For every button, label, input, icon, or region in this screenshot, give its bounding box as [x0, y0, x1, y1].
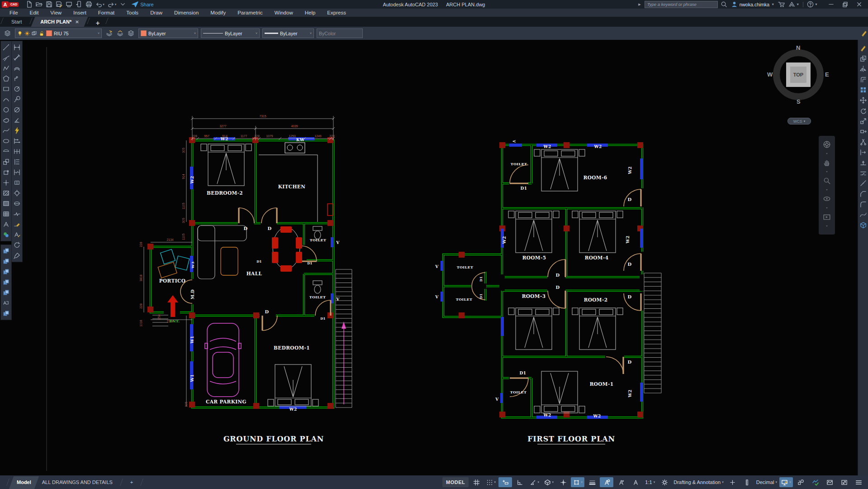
- layer-viewport-icon[interactable]: [32, 31, 37, 36]
- tab-close-icon[interactable]: ✕: [75, 19, 79, 24]
- mobile-share-button[interactable]: [75, 1, 83, 8]
- tab-arch-plan[interactable]: ARCH PLAN* ✕: [33, 17, 86, 27]
- polyline-button[interactable]: [1, 63, 11, 73]
- copy-clip-button[interactable]: [1, 246, 11, 256]
- close-button[interactable]: [856, 1, 863, 8]
- zoom-nav-button[interactable]: [822, 176, 832, 185]
- menu-tools[interactable]: Tools: [120, 9, 144, 17]
- cart-icon[interactable]: [778, 1, 785, 8]
- layer-states-button[interactable]: [104, 29, 114, 38]
- save-as-button[interactable]: [55, 1, 63, 8]
- line-button[interactable]: [1, 43, 11, 52]
- hatch-button[interactable]: [1, 188, 11, 198]
- oops-button[interactable]: [1, 309, 11, 318]
- copy-mod-button[interactable]: [859, 54, 868, 63]
- lineweight-dropdown[interactable]: ByLayer ˅: [262, 29, 314, 38]
- plot-sheet-button[interactable]: [65, 1, 73, 8]
- customization-menu-toggle[interactable]: [852, 477, 865, 487]
- isometric-drafting-toggle[interactable]: ▾: [542, 477, 555, 487]
- join-button[interactable]: [859, 179, 868, 188]
- layer-on-bulb-icon[interactable]: [17, 31, 23, 36]
- dim-jogline-button[interactable]: [12, 209, 22, 219]
- dynamic-input-toggle[interactable]: [498, 477, 512, 487]
- menu-view[interactable]: View: [44, 9, 67, 17]
- pan-hand-button[interactable]: [822, 158, 832, 167]
- insert-block-button[interactable]: [1, 157, 11, 167]
- viewcube-north[interactable]: N: [796, 44, 800, 51]
- layer-isolate-button[interactable]: [126, 29, 136, 38]
- dim-linear-button[interactable]: [12, 43, 22, 52]
- save-button[interactable]: [45, 1, 53, 8]
- units-toggle[interactable]: Decimal▾: [755, 477, 778, 487]
- graphics-performance-toggle[interactable]: [808, 477, 822, 487]
- model-space-button[interactable]: MODEL: [442, 477, 469, 487]
- dim-diameter-button[interactable]: [12, 105, 22, 115]
- viewcube-west[interactable]: W: [767, 71, 773, 78]
- plus-toggle[interactable]: [726, 477, 740, 487]
- search-input[interactable]: [645, 1, 718, 8]
- autoscale-toggle[interactable]: [614, 477, 628, 487]
- menu-help[interactable]: Help: [299, 9, 322, 17]
- units-ruler-toggle[interactable]: [740, 477, 754, 487]
- spline-button[interactable]: [1, 126, 11, 135]
- point-button[interactable]: [1, 178, 11, 187]
- paste-orig-button[interactable]: [1, 288, 11, 297]
- drawing-canvas[interactable]: BEDROOM-2KITCHENHALLPORTICOTOILETTOILETB…: [0, 40, 868, 475]
- account-menu[interactable]: nwoka.chimka ▼: [731, 1, 774, 8]
- menu-insert[interactable]: Insert: [67, 9, 92, 17]
- menu-draw[interactable]: Draw: [144, 9, 168, 17]
- dim-style-button[interactable]: [12, 251, 22, 260]
- rectangle-button[interactable]: [1, 84, 11, 94]
- annotation-visibility-toggle[interactable]: [600, 477, 613, 487]
- menu-modify[interactable]: Modify: [204, 9, 232, 17]
- ellipse-button[interactable]: [1, 136, 11, 146]
- dim-break-button[interactable]: [12, 168, 22, 177]
- lineweight-display-toggle[interactable]: [585, 477, 599, 487]
- dim-center-button[interactable]: [12, 188, 22, 198]
- qat-customize-button[interactable]: [119, 1, 127, 8]
- search-icon[interactable]: [721, 1, 727, 8]
- revision-cloud-button[interactable]: [1, 115, 11, 125]
- object-snap-toggle[interactable]: ▾: [571, 477, 584, 487]
- restore-button[interactable]: [842, 1, 849, 8]
- dim-angular-button[interactable]: [12, 115, 22, 125]
- viewcube-top-face[interactable]: TOP: [786, 62, 811, 87]
- layer-properties-button[interactable]: [3, 29, 12, 38]
- extend-button[interactable]: [859, 148, 868, 157]
- layer-previous-button[interactable]: [115, 29, 125, 38]
- break-pt-button[interactable]: [859, 158, 868, 168]
- viewcube-east[interactable]: E: [825, 71, 829, 78]
- donut-button[interactable]: [1, 230, 11, 240]
- polygon-button[interactable]: [1, 74, 11, 83]
- menu-edit[interactable]: Edit: [24, 9, 45, 17]
- new-drawing-button[interactable]: +: [90, 19, 105, 27]
- viewcube-south[interactable]: S: [797, 98, 801, 105]
- search-expand-icon[interactable]: ▶: [638, 3, 640, 6]
- layout-tab-all-drawings[interactable]: ALL DRAWINGS AND DETAILS: [37, 475, 118, 489]
- menu-dimension[interactable]: Dimension: [168, 9, 204, 17]
- new-layout-button[interactable]: +: [125, 475, 138, 489]
- table-button[interactable]: [1, 209, 11, 219]
- annotation-scale-toggle[interactable]: 1:1▾: [643, 477, 657, 487]
- menu-format[interactable]: Format: [92, 9, 120, 17]
- construction-line-button[interactable]: [1, 53, 11, 62]
- help-menu[interactable]: ▼: [807, 1, 818, 8]
- layer-thaw-sun-icon[interactable]: [24, 31, 30, 36]
- chamfer-button[interactable]: [859, 189, 868, 199]
- autocad-logo[interactable]: A CAD: [2, 1, 19, 8]
- dim-quick-button[interactable]: [12, 126, 22, 135]
- floor-plans-drawing[interactable]: BEDROOM-2KITCHENHALLPORTICOTOILETTOILETB…: [21, 40, 858, 475]
- object-snap-tracking-toggle[interactable]: [556, 477, 570, 487]
- dim-continue-button[interactable]: [12, 147, 22, 156]
- tab-start[interactable]: Start: [4, 17, 29, 27]
- share-button[interactable]: Share: [132, 1, 153, 8]
- menu-parametric[interactable]: Parametric: [232, 9, 269, 17]
- scale-button[interactable]: [859, 116, 868, 126]
- mirror-button[interactable]: [859, 64, 868, 74]
- explode-button[interactable]: [859, 221, 868, 230]
- dim-arc-button[interactable]: [12, 63, 22, 73]
- fillet-button[interactable]: [859, 200, 868, 209]
- menu-window[interactable]: Window: [269, 9, 299, 17]
- menu-express[interactable]: Express: [321, 9, 352, 17]
- dim-inspect-button[interactable]: [12, 199, 22, 208]
